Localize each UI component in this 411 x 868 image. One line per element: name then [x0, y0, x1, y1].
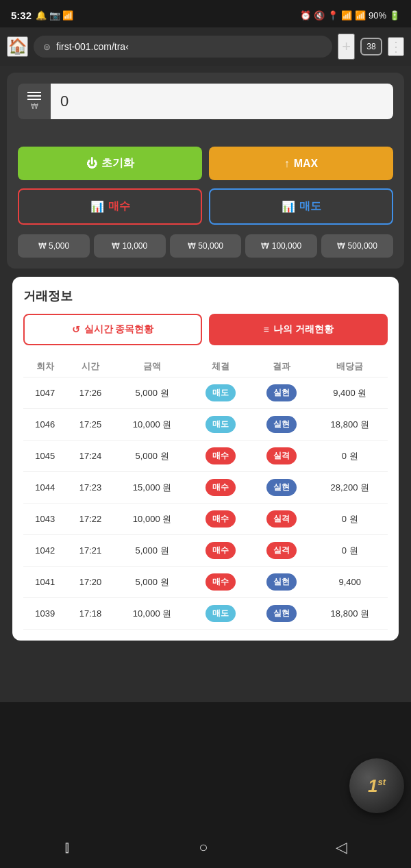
col-amount: 금액 — [114, 356, 190, 377]
col-type: 체결 — [190, 356, 251, 377]
quick-amount-5000[interactable]: ₩ 5,000 — [18, 234, 90, 258]
result-badge: 실현 — [266, 384, 297, 401]
cell-time: 17:18 — [66, 598, 114, 630]
status-bar: 5:32 🔔 📷 📶 ⏰ 🔇 📍 📶 📶 90% 🔋 — [0, 0, 411, 27]
result-badge: 실격 — [266, 542, 297, 559]
table-row: 1044 17:23 15,000 원 매수 실현 28,200 원 — [23, 472, 388, 504]
tab-realtime[interactable]: ↺ 실시간 종목현황 — [23, 314, 202, 345]
cell-round: 1039 — [23, 598, 66, 630]
quick-amount-50000[interactable]: ₩ 50,000 — [170, 234, 242, 258]
cell-round: 1043 — [23, 504, 66, 535]
type-badge: 매수 — [206, 479, 236, 496]
table-row: 1046 17:25 10,000 원 매도 실현 18,800 원 — [23, 409, 388, 441]
nav-menu-button[interactable]: ⫿ — [50, 833, 85, 862]
cell-time: 17:26 — [66, 377, 114, 409]
cell-result: 실현 — [251, 472, 312, 504]
sound-icon: 🔇 — [314, 10, 325, 21]
col-dividend: 배당금 — [312, 356, 388, 377]
cell-amount: 10,000 원 — [114, 409, 190, 441]
time-display: 5:32 — [11, 10, 32, 21]
type-badge: 매수 — [206, 573, 236, 591]
cell-type: 매도 — [190, 409, 251, 441]
cell-dividend: 28,200 원 — [312, 472, 388, 504]
input-menu-button[interactable]: ₩ — [18, 84, 51, 119]
tab-my-trades[interactable]: ≡ 나의 거래현황 — [209, 314, 388, 345]
nav-back-button[interactable]: ◁ — [322, 833, 361, 862]
type-badge: 매수 — [206, 542, 236, 559]
cell-round: 1047 — [23, 377, 66, 409]
table-row: 1039 17:18 10,000 원 매도 실현 18,800 원 — [23, 598, 388, 630]
cell-result: 실현 — [251, 377, 312, 409]
cell-type: 매수 — [190, 472, 251, 504]
cell-time: 17:21 — [66, 535, 114, 567]
type-badge: 매도 — [206, 384, 236, 401]
cell-round: 1041 — [23, 567, 66, 598]
info-tabs: ↺ 실시간 종목현황 ≡ 나의 거래현황 — [23, 314, 388, 345]
type-badge: 매수 — [206, 447, 236, 464]
sell-chart-icon: 📊 — [282, 200, 295, 213]
section-title: 거래정보 — [23, 288, 388, 304]
quick-amount-500000[interactable]: ₩ 500,000 — [321, 234, 393, 258]
result-badge: 실격 — [266, 510, 297, 528]
cell-type: 매도 — [190, 598, 251, 630]
cell-round: 1042 — [23, 535, 66, 567]
cell-round: 1045 — [23, 441, 66, 472]
location-icon: 📍 — [327, 10, 338, 21]
result-badge: 실현 — [266, 479, 297, 496]
trading-card: ₩ ⏻ 초기화 ↑ MAX 📊 매수 📊 매도 — [7, 73, 404, 269]
browser-menu-button[interactable]: ⋮ — [388, 37, 404, 56]
type-badge: 매도 — [206, 605, 236, 622]
cell-amount: 5,000 원 — [114, 377, 190, 409]
status-right: ⏰ 🔇 📍 📶 📶 90% 🔋 — [300, 10, 400, 21]
amount-input[interactable] — [51, 84, 393, 119]
cell-type: 매도 — [190, 377, 251, 409]
reset-button[interactable]: ⏻ 초기화 — [18, 147, 202, 180]
cell-time: 17:20 — [66, 567, 114, 598]
quick-amount-100000[interactable]: ₩ 100,000 — [245, 234, 317, 258]
browser-bar: 🏠 ⊜ first-001.com/tra‹ + 38 ⋮ — [0, 27, 411, 66]
table-row: 1041 17:20 5,000 원 매수 실현 9,400 — [23, 567, 388, 598]
wifi-icon: 📶 — [341, 10, 352, 21]
cell-dividend: 9,400 원 — [312, 377, 388, 409]
logo-overlay[interactable]: 1st — [349, 758, 404, 813]
cell-time: 17:25 — [66, 409, 114, 441]
logo-st: st — [377, 777, 386, 787]
cell-amount: 5,000 원 — [114, 441, 190, 472]
table-row: 1042 17:21 5,000 원 매수 실격 0 원 — [23, 535, 388, 567]
home-button[interactable]: 🏠 — [7, 36, 28, 57]
my-trades-icon: ≡ — [263, 324, 269, 335]
table-row: 1047 17:26 5,000 원 매도 실현 9,400 원 — [23, 377, 388, 409]
cell-dividend: 9,400 — [312, 567, 388, 598]
status-time: 5:32 🔔 📷 📶 — [11, 10, 73, 21]
url-icon: ⊜ — [43, 42, 51, 52]
bottom-nav: ⫿ ○ ◁ — [0, 827, 411, 868]
new-tab-button[interactable]: + — [338, 34, 355, 60]
url-text: first-001.com/tra‹ — [56, 41, 323, 52]
reset-icon: ⏻ — [86, 158, 97, 170]
url-bar[interactable]: ⊜ first-001.com/tra‹ — [34, 36, 332, 58]
spacer — [18, 130, 393, 147]
cell-time: 17:23 — [66, 472, 114, 504]
menu-line-1 — [27, 92, 41, 93]
cell-amount: 15,000 원 — [114, 472, 190, 504]
nav-home-button[interactable]: ○ — [185, 833, 221, 862]
result-badge: 실현 — [266, 605, 297, 622]
buy-button[interactable]: 📊 매수 — [18, 188, 202, 225]
max-button[interactable]: ↑ MAX — [209, 147, 393, 180]
cell-dividend: 18,800 원 — [312, 598, 388, 630]
quick-amount-10000[interactable]: ₩ 10,000 — [94, 234, 166, 258]
sell-button[interactable]: 📊 매도 — [209, 188, 393, 225]
reset-label: 초기화 — [101, 156, 134, 171]
cell-type: 매수 — [190, 504, 251, 535]
tabs-button[interactable]: 38 — [360, 38, 382, 55]
table-row: 1045 17:24 5,000 원 매수 실격 0 원 — [23, 441, 388, 472]
cell-result: 실현 — [251, 567, 312, 598]
realtime-tab-label: 실시간 종목현황 — [84, 323, 154, 336]
cell-type: 매수 — [190, 535, 251, 567]
input-area: ₩ — [18, 84, 393, 119]
signal-icon: 📶 — [355, 10, 366, 21]
battery-icon: 🔋 — [389, 10, 400, 21]
my-trades-tab-label: 나의 거래현황 — [273, 323, 334, 336]
sell-label: 매도 — [299, 199, 321, 214]
cell-dividend: 0 원 — [312, 441, 388, 472]
